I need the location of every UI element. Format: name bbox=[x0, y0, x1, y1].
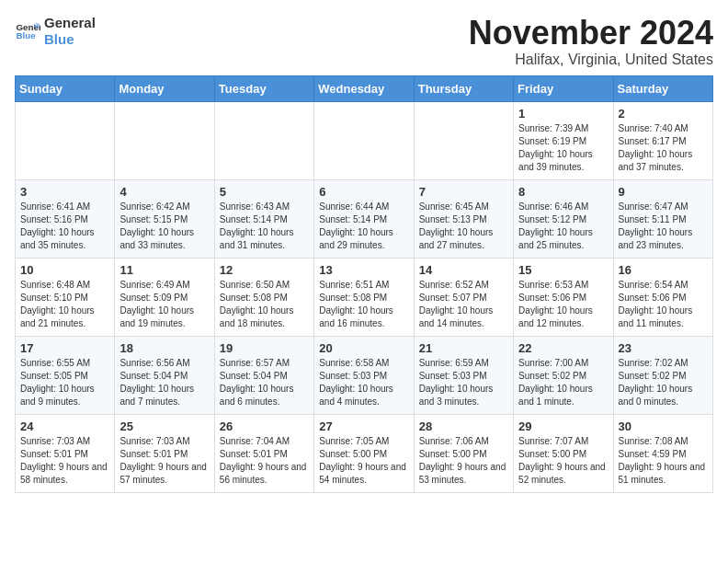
calendar-cell bbox=[115, 101, 214, 179]
day-number: 5 bbox=[220, 185, 309, 199]
week-row-3: 10Sunrise: 6:48 AM Sunset: 5:10 PM Dayli… bbox=[16, 258, 713, 336]
calendar-cell: 17Sunrise: 6:55 AM Sunset: 5:05 PM Dayli… bbox=[16, 336, 115, 414]
calendar-cell: 24Sunrise: 7:03 AM Sunset: 5:01 PM Dayli… bbox=[16, 414, 115, 492]
weekday-header-wednesday: Wednesday bbox=[314, 75, 414, 101]
title-section: November 2024 Halifax, Virginia, United … bbox=[469, 15, 713, 68]
day-info: Sunrise: 7:07 AM Sunset: 5:00 PM Dayligh… bbox=[518, 435, 608, 487]
page-header: General Blue General Blue November 2024 … bbox=[15, 15, 713, 68]
day-number: 7 bbox=[419, 185, 508, 199]
calendar-body: 1Sunrise: 7:39 AM Sunset: 6:19 PM Daylig… bbox=[16, 101, 713, 492]
calendar-cell: 15Sunrise: 6:53 AM Sunset: 5:06 PM Dayli… bbox=[514, 258, 613, 336]
weekday-header-saturday: Saturday bbox=[613, 75, 712, 101]
day-number: 11 bbox=[119, 263, 209, 277]
month-title: November 2024 bbox=[469, 15, 713, 52]
day-info: Sunrise: 6:51 AM Sunset: 5:08 PM Dayligh… bbox=[319, 279, 408, 330]
day-info: Sunrise: 6:46 AM Sunset: 5:12 PM Dayligh… bbox=[518, 201, 608, 252]
calendar-cell: 9Sunrise: 6:47 AM Sunset: 5:11 PM Daylig… bbox=[613, 179, 712, 258]
day-number: 6 bbox=[319, 185, 408, 199]
day-info: Sunrise: 6:49 AM Sunset: 5:09 PM Dayligh… bbox=[119, 279, 209, 330]
calendar-cell: 12Sunrise: 6:50 AM Sunset: 5:08 PM Dayli… bbox=[214, 258, 313, 336]
calendar-cell bbox=[414, 101, 513, 179]
calendar-cell: 20Sunrise: 6:58 AM Sunset: 5:03 PM Dayli… bbox=[314, 336, 414, 414]
day-number: 3 bbox=[20, 185, 109, 199]
day-info: Sunrise: 7:03 AM Sunset: 5:01 PM Dayligh… bbox=[119, 435, 209, 487]
day-info: Sunrise: 6:56 AM Sunset: 5:04 PM Dayligh… bbox=[119, 357, 209, 408]
day-info: Sunrise: 6:50 AM Sunset: 5:08 PM Dayligh… bbox=[220, 279, 309, 330]
day-number: 1 bbox=[518, 107, 608, 121]
calendar-cell: 27Sunrise: 7:05 AM Sunset: 5:00 PM Dayli… bbox=[314, 414, 414, 492]
calendar-cell bbox=[214, 101, 313, 179]
calendar-cell: 21Sunrise: 6:59 AM Sunset: 5:03 PM Dayli… bbox=[414, 336, 513, 414]
calendar-cell: 16Sunrise: 6:54 AM Sunset: 5:06 PM Dayli… bbox=[613, 258, 712, 336]
day-number: 28 bbox=[419, 419, 508, 433]
calendar-cell bbox=[16, 101, 115, 179]
day-number: 12 bbox=[220, 263, 309, 277]
day-number: 16 bbox=[619, 263, 708, 277]
day-number: 15 bbox=[518, 263, 608, 277]
day-number: 23 bbox=[619, 341, 708, 355]
weekday-header-thursday: Thursday bbox=[414, 75, 513, 101]
calendar-cell: 29Sunrise: 7:07 AM Sunset: 5:00 PM Dayli… bbox=[514, 414, 613, 492]
day-number: 17 bbox=[20, 341, 109, 355]
calendar-cell: 14Sunrise: 6:52 AM Sunset: 5:07 PM Dayli… bbox=[414, 258, 513, 336]
day-number: 21 bbox=[419, 341, 508, 355]
calendar-cell: 26Sunrise: 7:04 AM Sunset: 5:01 PM Dayli… bbox=[214, 414, 313, 492]
day-number: 27 bbox=[319, 419, 408, 433]
day-info: Sunrise: 7:04 AM Sunset: 5:01 PM Dayligh… bbox=[220, 435, 309, 487]
calendar-cell: 5Sunrise: 6:43 AM Sunset: 5:14 PM Daylig… bbox=[214, 179, 313, 258]
day-number: 10 bbox=[20, 263, 109, 277]
calendar-cell: 23Sunrise: 7:02 AM Sunset: 5:02 PM Dayli… bbox=[613, 336, 712, 414]
day-number: 8 bbox=[518, 185, 608, 199]
day-number: 13 bbox=[319, 263, 408, 277]
logo-blue: Blue bbox=[44, 31, 96, 48]
day-info: Sunrise: 6:57 AM Sunset: 5:04 PM Dayligh… bbox=[220, 357, 309, 408]
day-number: 14 bbox=[419, 263, 508, 277]
day-info: Sunrise: 6:55 AM Sunset: 5:05 PM Dayligh… bbox=[20, 357, 109, 408]
calendar-cell: 7Sunrise: 6:45 AM Sunset: 5:13 PM Daylig… bbox=[414, 179, 513, 258]
weekday-header-tuesday: Tuesday bbox=[214, 75, 313, 101]
day-number: 24 bbox=[20, 419, 109, 433]
day-info: Sunrise: 6:43 AM Sunset: 5:14 PM Dayligh… bbox=[220, 201, 309, 252]
logo-icon: General Blue bbox=[15, 18, 40, 44]
day-number: 20 bbox=[319, 341, 408, 355]
calendar-cell: 30Sunrise: 7:08 AM Sunset: 4:59 PM Dayli… bbox=[613, 414, 712, 492]
calendar-cell: 28Sunrise: 7:06 AM Sunset: 5:00 PM Dayli… bbox=[414, 414, 513, 492]
calendar-cell: 22Sunrise: 7:00 AM Sunset: 5:02 PM Dayli… bbox=[514, 336, 613, 414]
week-row-2: 3Sunrise: 6:41 AM Sunset: 5:16 PM Daylig… bbox=[16, 179, 713, 258]
day-info: Sunrise: 7:00 AM Sunset: 5:02 PM Dayligh… bbox=[518, 357, 608, 408]
week-row-4: 17Sunrise: 6:55 AM Sunset: 5:05 PM Dayli… bbox=[16, 336, 713, 414]
day-number: 18 bbox=[119, 341, 209, 355]
day-info: Sunrise: 7:08 AM Sunset: 4:59 PM Dayligh… bbox=[619, 435, 708, 487]
calendar-cell: 10Sunrise: 6:48 AM Sunset: 5:10 PM Dayli… bbox=[16, 258, 115, 336]
svg-text:Blue: Blue bbox=[16, 30, 36, 40]
location-title: Halifax, Virginia, United States bbox=[469, 52, 713, 68]
day-info: Sunrise: 6:44 AM Sunset: 5:14 PM Dayligh… bbox=[319, 201, 408, 252]
weekday-header-row: SundayMondayTuesdayWednesdayThursdayFrid… bbox=[16, 75, 713, 101]
day-info: Sunrise: 7:02 AM Sunset: 5:02 PM Dayligh… bbox=[619, 357, 708, 408]
calendar-cell: 6Sunrise: 6:44 AM Sunset: 5:14 PM Daylig… bbox=[314, 179, 414, 258]
day-info: Sunrise: 6:53 AM Sunset: 5:06 PM Dayligh… bbox=[518, 279, 608, 330]
day-info: Sunrise: 6:52 AM Sunset: 5:07 PM Dayligh… bbox=[419, 279, 508, 330]
calendar-cell bbox=[314, 101, 414, 179]
day-info: Sunrise: 6:42 AM Sunset: 5:15 PM Dayligh… bbox=[119, 201, 209, 252]
day-info: Sunrise: 7:40 AM Sunset: 6:17 PM Dayligh… bbox=[619, 122, 708, 174]
weekday-header-monday: Monday bbox=[115, 75, 214, 101]
day-number: 2 bbox=[619, 107, 708, 121]
calendar-cell: 11Sunrise: 6:49 AM Sunset: 5:09 PM Dayli… bbox=[115, 258, 214, 336]
day-info: Sunrise: 7:03 AM Sunset: 5:01 PM Dayligh… bbox=[20, 435, 109, 487]
day-info: Sunrise: 6:47 AM Sunset: 5:11 PM Dayligh… bbox=[619, 201, 708, 252]
day-info: Sunrise: 6:41 AM Sunset: 5:16 PM Dayligh… bbox=[20, 201, 109, 252]
calendar-table: SundayMondayTuesdayWednesdayThursdayFrid… bbox=[15, 75, 713, 493]
calendar-cell: 18Sunrise: 6:56 AM Sunset: 5:04 PM Dayli… bbox=[115, 336, 214, 414]
day-info: Sunrise: 7:06 AM Sunset: 5:00 PM Dayligh… bbox=[419, 435, 508, 487]
day-number: 26 bbox=[220, 419, 309, 433]
day-info: Sunrise: 6:58 AM Sunset: 5:03 PM Dayligh… bbox=[319, 357, 408, 408]
day-number: 4 bbox=[119, 185, 209, 199]
day-number: 22 bbox=[518, 341, 608, 355]
logo-general: General bbox=[44, 15, 96, 31]
calendar-cell: 19Sunrise: 6:57 AM Sunset: 5:04 PM Dayli… bbox=[214, 336, 313, 414]
day-number: 19 bbox=[220, 341, 309, 355]
week-row-1: 1Sunrise: 7:39 AM Sunset: 6:19 PM Daylig… bbox=[16, 101, 713, 179]
weekday-header-friday: Friday bbox=[514, 75, 613, 101]
day-info: Sunrise: 6:54 AM Sunset: 5:06 PM Dayligh… bbox=[619, 279, 708, 330]
